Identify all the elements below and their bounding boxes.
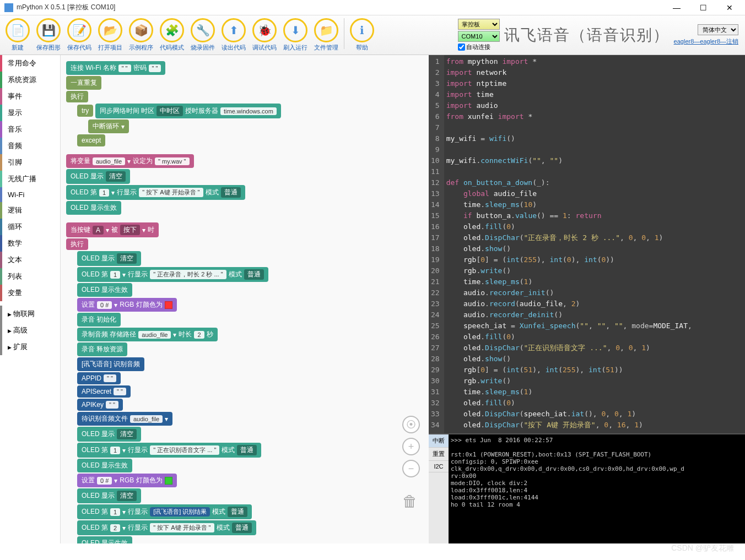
tool-11[interactable]: ℹ帮助 bbox=[347, 18, 377, 52]
block[interactable]: APPID" " bbox=[77, 372, 121, 384]
block[interactable]: OLED 显示生效 bbox=[77, 536, 132, 543]
category-item[interactable]: 系统资源 bbox=[0, 72, 60, 88]
tool-1[interactable]: 💾保存图形 bbox=[33, 18, 64, 52]
category-item[interactable]: 引脚 bbox=[0, 154, 60, 171]
block[interactable]: OLED 显示生效 bbox=[77, 459, 132, 472]
block[interactable]: OLED 第2▾ 行显示" 按下 A键 开始录音 "模式普通 bbox=[77, 520, 256, 535]
block-xunfei[interactable]: [讯飞语音] 识别音频 bbox=[77, 357, 144, 371]
block-event[interactable]: 当按键A▾ 被按下▾ 时 bbox=[66, 222, 159, 237]
console-tab[interactable]: I2C bbox=[429, 461, 449, 472]
category-item[interactable]: 逻辑 bbox=[0, 202, 60, 219]
block[interactable]: 待识别音频文件audio_file▾ bbox=[77, 412, 172, 426]
category-item[interactable]: 列表 bbox=[0, 268, 60, 285]
tool-6[interactable]: 🔧烧录固件 bbox=[187, 18, 218, 52]
auto-connect-checkbox[interactable]: 自动连接 bbox=[458, 43, 500, 51]
tool-7[interactable]: ⬆读出代码 bbox=[218, 18, 249, 52]
watermark: CSDN @驴友花雕 bbox=[671, 543, 734, 553]
target-icon[interactable]: ⦿ bbox=[402, 416, 420, 433]
block[interactable]: OLED 第1▾ 行显示" 正在录音，时长 2 秒 ... "模式普通 bbox=[77, 267, 268, 282]
code-panel: 1234567891011121314151617181920212223242… bbox=[429, 55, 745, 543]
block-setvar[interactable]: 将变量audio_file▾ 设定为" my.wav " bbox=[66, 154, 194, 168]
console-tab[interactable]: 重置 bbox=[429, 448, 449, 461]
block-loop[interactable]: 一直重复 bbox=[66, 76, 101, 90]
tool-8[interactable]: 🐞调试代码 bbox=[249, 18, 280, 52]
block-exec2[interactable]: 执行 bbox=[66, 238, 88, 250]
block[interactable]: OLED 显示清空 bbox=[77, 251, 141, 266]
window-title: mPython X 0.5.1 [掌控板 COM10] bbox=[17, 3, 666, 12]
titlebar: mPython X 0.5.1 [掌控板 COM10] — ☐ ✕ bbox=[0, 0, 745, 15]
console-output[interactable]: >>> ets Jun 8 2016 00:22:57 rst:0x1 (POW… bbox=[449, 434, 745, 543]
category-item[interactable]: 音乐 bbox=[0, 121, 60, 138]
app-icon bbox=[4, 3, 13, 12]
tool-0[interactable]: 📄新建 bbox=[2, 18, 33, 52]
zoom-in-button[interactable]: + bbox=[402, 438, 420, 455]
block-oled-line1[interactable]: OLED 第1▾ 行显示" 按下 A键 开始录音 "模式普通 bbox=[66, 185, 245, 200]
block-ntp[interactable]: 同步网络时间 时区中时区授时服务器time.windows.com bbox=[95, 104, 281, 118]
toolbar: 📄新建💾保存图形📝保存代码📂打开项目📦示例程序🧩代码模式🔧烧录固件⬆读出代码🐞调… bbox=[0, 15, 745, 55]
console-panel: 中断重置I2C >>> ets Jun 8 2016 00:22:57 rst:… bbox=[429, 433, 745, 543]
block[interactable]: OLED 第1▾ 行显示" 正在识别语音文字 ... "模式普通 bbox=[77, 443, 261, 458]
zoom-out-button[interactable]: − bbox=[402, 460, 420, 477]
category-expand[interactable]: 物联网 bbox=[0, 306, 60, 322]
tool-2[interactable]: 📝保存代码 bbox=[64, 18, 95, 52]
category-expand[interactable]: 高级 bbox=[0, 322, 60, 339]
category-expand[interactable]: 扩展 bbox=[0, 339, 60, 355]
category-item[interactable]: Wi-Fi bbox=[0, 187, 60, 202]
block-exec[interactable]: 执行 bbox=[66, 91, 88, 102]
block[interactable]: OLED 显示清空 bbox=[77, 427, 141, 442]
block[interactable]: OLED 第1▾ 行显示[讯飞语音] 识别结果模式普通 bbox=[77, 504, 252, 519]
block-except[interactable]: except bbox=[77, 134, 105, 146]
port-select[interactable]: COM10 bbox=[458, 31, 500, 42]
category-item[interactable]: 无线广播 bbox=[0, 171, 60, 187]
category-item[interactable]: 音频 bbox=[0, 138, 60, 154]
user-link[interactable]: eagler8—eagler8—注销 bbox=[674, 37, 738, 46]
block-oled-show[interactable]: OLED 显示生效 bbox=[66, 201, 121, 215]
block[interactable]: 录音 初始化 bbox=[77, 313, 121, 327]
category-item[interactable]: 显示 bbox=[0, 105, 60, 121]
block[interactable]: OLED 显示生效 bbox=[77, 283, 132, 297]
block-try[interactable]: try bbox=[77, 105, 93, 117]
category-item[interactable]: 循环 bbox=[0, 219, 60, 235]
tool-3[interactable]: 📂打开项目 bbox=[95, 18, 126, 52]
language-select[interactable]: 简体中文 bbox=[698, 24, 738, 35]
maximize-button[interactable]: ☐ bbox=[692, 1, 714, 14]
tool-9[interactable]: ⬇刷入运行 bbox=[280, 18, 311, 52]
block[interactable]: APISecret" " bbox=[77, 385, 131, 398]
category-item[interactable]: 文本 bbox=[0, 252, 60, 268]
trash-icon[interactable]: 🗑 bbox=[402, 492, 418, 510]
category-item[interactable]: 事件 bbox=[0, 88, 60, 105]
block-rgb-set2[interactable]: 设置0 #▾ RGB 灯颜色为 bbox=[77, 474, 177, 487]
category-item[interactable]: 数学 bbox=[0, 235, 60, 252]
block-wifi[interactable]: 连接 Wi-Fi 名称" "密码" " bbox=[66, 61, 165, 75]
block[interactable]: 录制音频 存储路径audio_file▾ 时长2秒 bbox=[77, 328, 218, 341]
tool-10[interactable]: 📁文件管理 bbox=[311, 18, 342, 52]
blockly-workspace[interactable]: 连接 Wi-Fi 名称" "密码" " 一直重复 执行 try 同步网络时间 时… bbox=[61, 55, 429, 543]
block[interactable]: APIKey" " bbox=[77, 399, 123, 411]
minimize-button[interactable]: — bbox=[666, 1, 688, 14]
category-sidebar: 常用命令系统资源事件显示音乐音频引脚无线广播Wi-Fi逻辑循环数学文本列表变量 … bbox=[0, 55, 61, 543]
block-rgb-set[interactable]: 设置0 #▾ RGB 灯颜色为 bbox=[77, 298, 177, 312]
block-oled-clear[interactable]: OLED 显示清空 bbox=[66, 169, 130, 184]
category-item[interactable]: 变量 bbox=[0, 285, 60, 301]
code-editor[interactable]: 1234567891011121314151617181920212223242… bbox=[429, 55, 745, 433]
block-break[interactable]: 中断循环 ▾ bbox=[88, 119, 129, 133]
tool-4[interactable]: 📦示例程序 bbox=[126, 18, 156, 52]
block[interactable]: 录音 释放资源 bbox=[77, 342, 127, 356]
tool-5[interactable]: 🧩代码模式 bbox=[156, 18, 187, 52]
block[interactable]: OLED 显示清空 bbox=[77, 488, 141, 503]
main: 常用命令系统资源事件显示音乐音频引脚无线广播Wi-Fi逻辑循环数学文本列表变量 … bbox=[0, 55, 745, 543]
close-button[interactable]: ✕ bbox=[719, 1, 741, 14]
board-select[interactable]: 掌控板 bbox=[458, 19, 500, 30]
console-tab[interactable]: 中断 bbox=[429, 434, 449, 448]
page-title: 讯飞语音（语音识别） bbox=[504, 25, 670, 46]
category-item[interactable]: 常用命令 bbox=[0, 55, 60, 72]
